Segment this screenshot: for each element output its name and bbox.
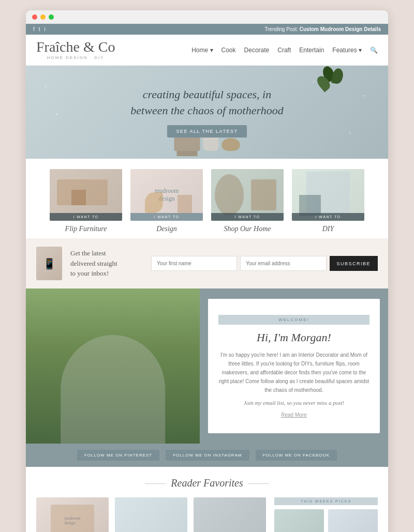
category-img-4: I WANT TO	[292, 169, 364, 221]
category-shop-home[interactable]: I WANT TO Shop Our Home	[211, 169, 284, 233]
hero-title: creating beautiful spaces, in between th…	[130, 87, 283, 119]
first-name-input[interactable]	[151, 256, 237, 271]
browser-window: f t i Trending Post: Custom Mudroom Desi…	[26, 10, 388, 532]
pick-img-2	[328, 509, 378, 532]
picks-header: THIS WEEKS PICKS	[274, 497, 378, 505]
about-read-more[interactable]: Read More	[218, 412, 369, 418]
reader-favorites-title: Reader Favorites	[36, 477, 378, 489]
category-img-1: I WANT TO	[50, 169, 122, 221]
subscribe-button[interactable]: SUBSCRIBE	[330, 256, 378, 271]
nav-craft[interactable]: Craft	[277, 47, 291, 54]
basket-decor	[222, 138, 240, 151]
facebook-icon[interactable]: f	[33, 26, 35, 32]
category-label-bar-2: I WANT TO	[130, 213, 203, 221]
about-join: Join my email list, so you never miss a …	[218, 400, 369, 406]
category-img-2: mudroomdesign I WANT TO	[130, 169, 203, 221]
search-icon[interactable]: 🔍	[370, 47, 378, 54]
top-bar: f t i Trending Post: Custom Mudroom Desi…	[26, 24, 388, 35]
about-card: WELCOME! Hi, I'm Morgan! I'm so happy yo…	[208, 299, 380, 433]
email-input[interactable]	[240, 256, 326, 271]
about-description: I'm so happy you're here! I am an Interi…	[218, 351, 369, 394]
trending-post: Trending Post: Custom Mudroom Design Det…	[264, 26, 381, 32]
picks-grid: Fraiche Finds! Coastal Boys Bedroom + DI…	[274, 509, 378, 532]
category-diy[interactable]: I WANT TO DIY	[292, 169, 364, 233]
pinterest-follow-button[interactable]: FOLLOW ME ON PINTEREST	[77, 450, 159, 461]
fav-img-1: mudroomdesign	[36, 497, 109, 532]
category-name-3: Shop Our Home	[211, 225, 284, 233]
site-logo-sub: HOME DESIGN · DIY	[36, 55, 115, 60]
hero-title-line1: creating beautiful spaces, in	[143, 88, 271, 101]
star-decor: ✦	[44, 84, 48, 89]
star-decor: ✦	[312, 80, 316, 84]
favorites-main-grid: mudroomdesign Custom Mudroom: Design + D…	[36, 497, 266, 532]
table-decor	[174, 135, 200, 151]
main-nav: Home ▾ Cook Decorate Craft Entertain Fea…	[191, 47, 378, 54]
about-social-bar: FOLLOW ME ON PINTEREST FOLLOW ME ON INST…	[26, 444, 388, 467]
site-header: Fraîche & Co HOME DESIGN · DIY Home ▾ Co…	[26, 35, 388, 66]
reader-favorites-section: Reader Favorites mudroomdesign Custom Mu…	[26, 467, 388, 532]
newsletter-form: SUBSCRIBE	[151, 256, 378, 271]
category-name-1: Flip Furniture	[50, 225, 122, 233]
pick-img-1	[274, 509, 324, 532]
star-decor: ✦	[55, 112, 58, 117]
pick-item-1[interactable]: Fraiche Finds!	[274, 509, 324, 532]
about-welcome-label: WELCOME!	[218, 315, 369, 325]
nav-home[interactable]: Home ▾	[191, 47, 213, 54]
logo-container: Fraîche & Co HOME DESIGN · DIY	[36, 40, 115, 60]
this-weeks-picks: THIS WEEKS PICKS Fraiche Finds! Coastal …	[274, 497, 378, 532]
category-name-2: Design	[130, 225, 203, 233]
browser-dot-yellow	[40, 14, 46, 20]
site-logo[interactable]: Fraîche & Co	[36, 40, 115, 54]
nav-decorate[interactable]: Decorate	[244, 47, 270, 54]
newsletter-line3: to your inbox!	[70, 269, 109, 277]
social-icons: f t i	[33, 26, 46, 32]
browser-dot-red	[32, 14, 37, 20]
newsletter-text: Get the latest delivered straight to you…	[70, 248, 143, 279]
instagram-follow-button[interactable]: FOLLOW ME ON INSTAGRAM	[166, 450, 249, 461]
fav-img-3	[194, 497, 266, 532]
category-label-bar-1: I WANT TO	[50, 213, 122, 221]
hero-title-line2: between the chaos of motherhood	[130, 104, 283, 117]
category-label-bar-4: I WANT TO	[292, 213, 364, 221]
pick-item-2[interactable]: Coastal Boys Bedroom + DIY Faux Bamboo S…	[328, 509, 378, 532]
hero-cta-button[interactable]: SEE ALL THE LATEST	[167, 125, 247, 138]
hero-section: ✦ ✦ ✦ ✦ ✦ creating beautiful spaces, in …	[26, 66, 388, 159]
about-image	[26, 288, 200, 444]
facebook-follow-button[interactable]: FOLLOW ME ON FACEBOOK	[256, 450, 337, 461]
about-person-photo	[26, 288, 200, 444]
trending-label: Trending Post:	[264, 26, 298, 32]
newsletter-line2: delivered straight	[70, 260, 117, 267]
browser-chrome	[26, 10, 388, 24]
fav-item-2[interactable]: Custom Mudroom: New Year, New Project!	[115, 497, 187, 532]
category-img-3: I WANT TO	[211, 169, 284, 221]
twitter-icon[interactable]: t	[39, 26, 40, 32]
instagram-icon[interactable]: i	[45, 26, 46, 32]
nav-cook[interactable]: Cook	[221, 47, 236, 54]
fav-item-3[interactable]: Installing Tile Floors for Beginners	[194, 497, 266, 532]
category-design[interactable]: mudroomdesign I WANT TO Design	[130, 169, 203, 233]
newsletter-line1: Get the latest	[70, 249, 106, 257]
about-section: WELCOME! Hi, I'm Morgan! I'm so happy yo…	[26, 288, 388, 444]
browser-dot-green	[49, 14, 54, 20]
category-flip-furniture[interactable]: I WANT TO Flip Furniture	[50, 169, 122, 233]
about-title: Hi, I'm Morgan!	[218, 331, 369, 344]
nav-entertain[interactable]: Entertain	[299, 47, 324, 54]
hero-plant	[321, 66, 352, 107]
fav-img-2	[115, 497, 187, 532]
star-decor: ✦	[363, 94, 366, 98]
favorites-layout: mudroomdesign Custom Mudroom: Design + D…	[36, 497, 378, 532]
category-label-bar-3: I WANT TO	[211, 213, 284, 221]
hero-content: creating beautiful spaces, in between th…	[110, 87, 304, 138]
newsletter-section: 📱 Get the latest delivered straight to y…	[26, 238, 388, 288]
nav-features[interactable]: Features ▾	[332, 47, 362, 54]
category-grid: I WANT TO Flip Furniture mudroomdesign I…	[26, 159, 388, 238]
category-name-4: DIY	[292, 225, 364, 233]
trending-link[interactable]: Custom Mudroom Design Details	[300, 26, 381, 32]
fav-item-1[interactable]: mudroomdesign Custom Mudroom: Design + D…	[36, 497, 109, 532]
newsletter-icon: 📱	[36, 247, 62, 280]
star-decor: ✦	[348, 131, 352, 135]
